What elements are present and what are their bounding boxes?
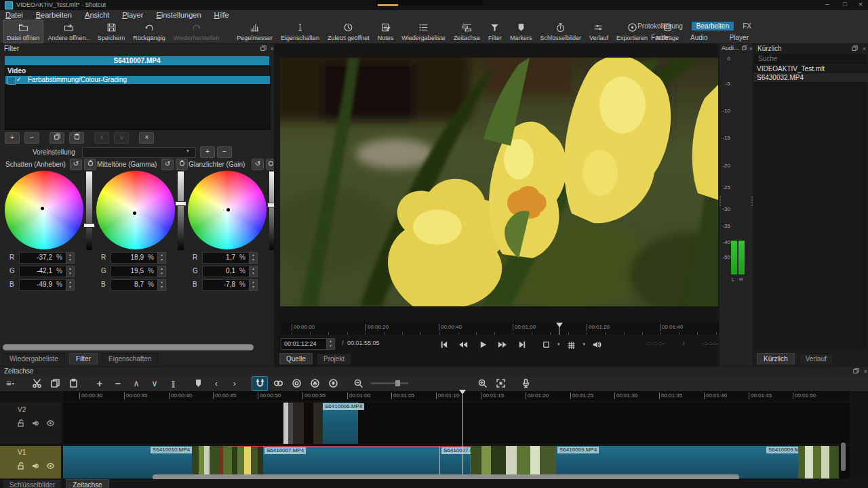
midtones-g-spinner[interactable]: ▲▼ [157, 266, 166, 277]
lock-icon[interactable] [16, 462, 25, 472]
record-audio-button[interactable] [517, 376, 534, 391]
open-other-button[interactable]: Andere öffnen.. [43, 20, 93, 43]
midtones-slider-handle[interactable] [175, 201, 186, 206]
highlights-b-spinner[interactable]: ▲▼ [249, 279, 258, 291]
timeline-menu-button[interactable]: ≡▾ [2, 376, 18, 391]
filter-button[interactable]: Filter [484, 20, 506, 43]
save-preset-button[interactable]: + [200, 146, 215, 158]
shadows-g-field[interactable]: -42,1% [19, 266, 66, 277]
wheel-highlights-reset-button[interactable]: ↺ [252, 159, 264, 170]
shadows-r-field[interactable]: -37,2% [19, 252, 66, 264]
append-button[interactable]: + [92, 376, 108, 391]
track-header-v1[interactable]: V1 [0, 446, 61, 479]
minimize-button[interactable]: – [821, 0, 834, 7]
highlights-g-spinner[interactable]: ▲▼ [249, 266, 258, 277]
skip-to-start-button[interactable] [435, 337, 452, 352]
open-file-button[interactable]: Datei öffnen [3, 20, 43, 43]
cut-button[interactable] [28, 376, 45, 391]
marker-button[interactable] [190, 376, 206, 391]
tab-quelle[interactable]: Quelle [279, 353, 313, 365]
zoom-fit-button[interactable] [492, 376, 509, 391]
fast-forward-button[interactable] [494, 337, 511, 352]
timeline-button[interactable]: Zeitachse [450, 20, 484, 43]
ripple-button[interactable] [288, 376, 304, 391]
recent-button[interactable]: Zuletzt geöffnet [323, 20, 374, 43]
layout-fx[interactable]: FX [738, 22, 756, 30]
menu-player[interactable]: Player [117, 10, 149, 20]
timeline-v-scrollbar[interactable] [841, 443, 846, 471]
layout-color[interactable]: Farbe [646, 33, 673, 42]
highlights-g-field[interactable]: 0,1% [202, 266, 250, 277]
shadows-slider-handle[interactable] [83, 223, 95, 228]
shadows-b-spinner[interactable]: ▲▼ [66, 279, 75, 291]
preset-combobox[interactable] [82, 147, 196, 158]
timeline-zoom-slider[interactable] [371, 382, 408, 384]
shadows-color-wheel[interactable] [5, 171, 83, 249]
wheel-midtones-keyframe-button[interactable] [176, 159, 188, 170]
playlist-button[interactable]: Wiedergabeliste [397, 20, 450, 43]
peak-meter-button[interactable]: Pegelmesser [233, 20, 277, 43]
markers-button[interactable]: Markers [506, 20, 536, 43]
zoom-mode-button[interactable] [538, 337, 554, 352]
grid-button[interactable] [564, 337, 580, 352]
tab-schluesselbilder[interactable]: Schlüsselbilder [3, 479, 62, 488]
overwrite-button[interactable]: ∨ [146, 376, 163, 391]
keyframes-button[interactable]: Schlüsselbilder [536, 20, 585, 43]
volume-button[interactable] [589, 337, 605, 352]
add-filter-button[interactable]: + [5, 132, 20, 144]
zoom-mode-arrow-icon[interactable]: ▾ [557, 342, 560, 347]
wheel-shadows-keyframe-button[interactable] [84, 159, 96, 170]
save-button[interactable]: Speichern [94, 20, 130, 43]
shadows-b-field[interactable]: -49,9% [19, 279, 66, 291]
highlights-r-field[interactable]: 1,7% [202, 252, 250, 264]
lift-button[interactable]: ∧ [128, 376, 144, 391]
recent-search-input[interactable]: Suche [754, 54, 867, 64]
ripple-markers-button[interactable] [325, 376, 341, 391]
menu-bearbeiten[interactable]: Bearbeiten [31, 10, 77, 20]
player-ruler[interactable]: 00:00:00 00:00:20 00:00:40 00:01:00 00:0… [281, 323, 760, 335]
redo-button[interactable]: Wiederherstellen [170, 20, 224, 43]
filter-checkbox[interactable] [7, 77, 16, 85]
midtones-b-spinner[interactable]: ▲▼ [157, 279, 166, 291]
midtones-level-slider[interactable] [177, 171, 184, 251]
notes-button[interactable]: Notes [374, 20, 398, 43]
tab-projekt[interactable]: Projekt [317, 353, 351, 365]
close-button[interactable]: × [855, 0, 866, 8]
timeline-playhead[interactable] [459, 390, 466, 394]
undo-button[interactable]: Rückgängig [129, 20, 170, 43]
float-panel-icon[interactable] [260, 45, 267, 52]
play-button[interactable] [475, 337, 491, 352]
midtones-g-field[interactable]: 19,5% [111, 266, 158, 277]
midtones-r-spinner[interactable]: ▲▼ [157, 252, 166, 264]
highlights-r-spinner[interactable]: ▲▼ [249, 252, 258, 264]
current-time-field[interactable]: 00:01:12:24 ▲▼ [281, 338, 335, 350]
snap-button[interactable] [252, 376, 268, 391]
paste-button[interactable] [65, 376, 81, 391]
clip-s6410007-selected[interactable]: S6410007.MP4 S6410007.MP4 [231, 446, 471, 479]
midtones-r-field[interactable]: 18,9% [111, 252, 158, 264]
zoom-timeline-in-button[interactable] [474, 376, 490, 391]
tab-filter[interactable]: Filter [69, 353, 98, 365]
copy-filter-button[interactable] [50, 132, 64, 144]
paste-filter-button[interactable] [69, 132, 84, 144]
layout-player[interactable]: Player [725, 33, 753, 42]
clip-s6410010[interactable]: S6410010.MP4 [63, 446, 192, 479]
history-button[interactable]: Verlauf [585, 20, 612, 43]
prev-marker-button[interactable]: ‹ [208, 376, 224, 391]
ripple-delete-button[interactable]: − [110, 376, 126, 391]
split-button[interactable]: ][ [165, 376, 181, 391]
deselect-filter-button[interactable]: × [139, 132, 154, 144]
menu-hilfe[interactable]: Hilfe [209, 10, 235, 20]
current-time-spinner[interactable]: ▲▼ [326, 338, 335, 350]
next-marker-button[interactable]: › [226, 376, 243, 391]
delete-preset-button[interactable]: − [217, 146, 232, 158]
layout-logging[interactable]: Protokollierung [633, 22, 688, 30]
zoom-timeline-out-button[interactable] [350, 376, 366, 391]
tab-eigenschaften[interactable]: Eigenschaften [102, 353, 158, 365]
player-playhead[interactable] [556, 323, 563, 327]
timeline-ruler[interactable]: 00:00:30 00:00:35 00:00:40 00:00:45 00:0… [63, 391, 850, 401]
properties-button[interactable]: Eigenschaften [277, 20, 323, 43]
shadows-r-spinner[interactable]: ▲▼ [66, 252, 75, 264]
close-panel-icon[interactable]: × [861, 45, 868, 52]
highlights-b-field[interactable]: -7,8% [202, 279, 250, 291]
